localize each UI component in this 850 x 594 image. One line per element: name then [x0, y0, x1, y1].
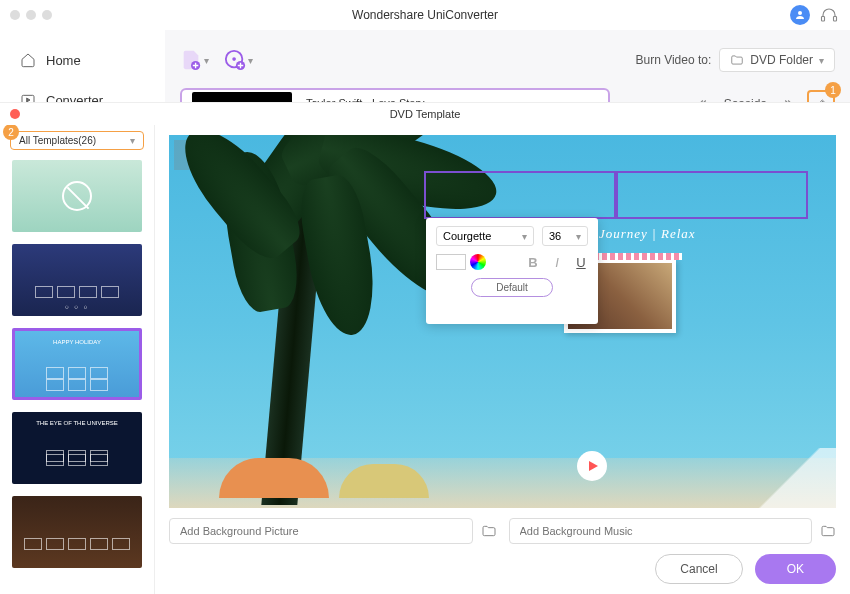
chevron-down-icon: ▾ [522, 231, 527, 242]
template-preview: Journey | Relax Courgette ▾ 36 ▾ [169, 135, 836, 508]
template-thumb-night[interactable]: ○ ○ ○ [12, 244, 142, 316]
svg-rect-2 [834, 17, 837, 22]
add-disc-button[interactable]: ▾ [224, 49, 253, 71]
burn-to-label: Burn Video to: [635, 53, 711, 67]
color-picker-icon[interactable] [470, 254, 486, 270]
modal-titlebar: DVD Template [0, 103, 850, 125]
browse-music-button[interactable] [820, 523, 836, 539]
user-avatar[interactable] [790, 5, 810, 25]
template-list: 2 All Templates(26) ▾ ○ ○ ○ HAPPY HOLIDA… [0, 125, 155, 594]
chevron-down-icon: ▾ [248, 55, 253, 66]
template-thumb-blank[interactable] [12, 160, 142, 232]
home-icon [20, 52, 36, 68]
title-text-box-2[interactable] [616, 171, 808, 219]
dvd-template-modal: DVD Template 2 All Templates(26) ▾ ○ ○ ○… [0, 102, 850, 594]
close-modal-button[interactable] [10, 109, 20, 119]
cancel-button[interactable]: Cancel [655, 554, 742, 584]
browse-picture-button[interactable] [481, 523, 497, 539]
svg-point-6 [232, 57, 236, 61]
burn-target-select[interactable]: DVD Folder ▾ [719, 48, 835, 72]
toolbar: ▾ ▾ Burn Video to: DVD Folder ▾ [180, 40, 835, 80]
traffic-max[interactable] [42, 10, 52, 20]
disc-plus-icon [224, 49, 246, 71]
default-button[interactable]: Default [471, 278, 553, 297]
sidebar-item-home[interactable]: Home [0, 40, 165, 80]
bold-button[interactable]: B [526, 255, 540, 270]
support-icon[interactable] [820, 6, 838, 24]
preview-area: Journey | Relax Courgette ▾ 36 ▾ [155, 125, 850, 594]
bg-picture-input[interactable] [169, 518, 473, 544]
template-filter-select[interactable]: 2 All Templates(26) ▾ [10, 131, 144, 150]
callout-badge-1: 1 [825, 82, 841, 98]
traffic-min[interactable] [26, 10, 36, 20]
chevron-down-icon: ▾ [819, 55, 824, 66]
ok-button[interactable]: OK [755, 554, 836, 584]
titlebar: Wondershare UniConverter [0, 0, 850, 30]
bg-music-input[interactable] [509, 518, 813, 544]
chevron-down-icon: ▾ [130, 135, 135, 146]
svg-point-0 [798, 11, 802, 15]
play-button[interactable] [577, 451, 607, 481]
svg-rect-1 [822, 17, 825, 22]
font-size-select[interactable]: 36 ▾ [542, 226, 588, 246]
chevron-down-icon: ▾ [204, 55, 209, 66]
underline-button[interactable]: U [574, 255, 588, 270]
traffic-lights [10, 10, 52, 20]
title-text-box-1[interactable] [424, 171, 616, 219]
file-plus-icon [180, 49, 202, 71]
add-file-button[interactable]: ▾ [180, 49, 209, 71]
template-thumb-bourbon[interactable] [12, 496, 142, 568]
text-format-popover: Courgette ▾ 36 ▾ [426, 218, 598, 324]
callout-badge-2: 2 [3, 125, 19, 140]
font-family-select[interactable]: Courgette ▾ [436, 226, 534, 246]
modal-title: DVD Template [390, 108, 461, 120]
subtitle-text[interactable]: Journey | Relax [599, 226, 696, 242]
text-color-swatch[interactable] [436, 254, 466, 270]
app-title: Wondershare UniConverter [352, 8, 498, 22]
folder-icon [730, 53, 744, 67]
sidebar-item-label: Home [46, 53, 81, 68]
traffic-close[interactable] [10, 10, 20, 20]
template-thumb-holiday[interactable]: HAPPY HOLIDAY [12, 328, 142, 400]
chevron-down-icon: ▾ [576, 231, 581, 242]
italic-button[interactable]: I [550, 255, 564, 270]
template-thumb-universe[interactable]: THE EYE OF THE UNIVERSE [12, 412, 142, 484]
